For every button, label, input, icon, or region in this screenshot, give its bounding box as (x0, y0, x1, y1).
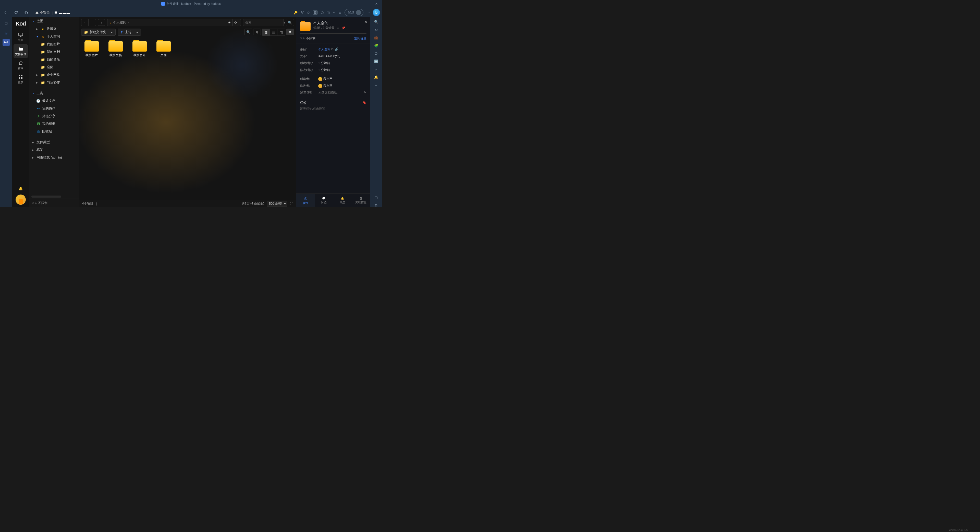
rail-desktop[interactable]: 桌面 (14, 30, 28, 44)
tree-tool-recent[interactable]: 🕐最近文档 (29, 97, 79, 105)
rail-official[interactable]: 官网 (14, 58, 28, 72)
search-button[interactable]: 🔍 (286, 19, 294, 26)
new-folder-button[interactable]: 📁 新建文件夹 ▾ (81, 29, 116, 36)
refresh-icon[interactable]: ⟳ (232, 19, 239, 26)
tags-empty[interactable]: 暂无标签,点击设置 (300, 107, 366, 111)
briefcase-icon[interactable]: 💼 (374, 36, 378, 40)
expand-icon[interactable]: ⛶ (290, 202, 293, 205)
tree-collab[interactable]: ▶ 📁 与我协作 (29, 79, 79, 86)
tree-enterprise[interactable]: ▶ 📁 企业网盘 (29, 71, 79, 79)
puzzle-icon[interactable]: 🧩 (374, 44, 378, 48)
add-icon[interactable]: ＋ (374, 83, 378, 88)
tag-icon[interactable]: 🏷 (374, 28, 378, 32)
tab-icon[interactable]: ▢ (3, 19, 10, 27)
tab-discuss[interactable]: 💬讨论 (315, 194, 333, 207)
folder-item[interactable]: 我的音乐 (130, 40, 149, 57)
login-button[interactable]: 登录 (345, 9, 363, 16)
tree-filetype[interactable]: ▶文件类型 (29, 139, 79, 146)
collections-icon[interactable]: ✧ (333, 11, 336, 14)
chevron-down-icon[interactable]: ▾ (283, 21, 285, 24)
add-tab-icon[interactable]: ＋ (3, 48, 10, 56)
copy-icon[interactable]: ⧉ (331, 48, 334, 51)
file-grid[interactable]: 我的图片 我的文档 我的音乐 桌面 (79, 37, 296, 200)
tree-tools[interactable]: ▼ 工具 (29, 89, 79, 97)
capacity-link[interactable]: 空间容量 (354, 36, 366, 41)
star-icon[interactable]: ★ (228, 21, 231, 24)
notification-icon[interactable]: 🔔 (374, 75, 378, 79)
tree-tool-album[interactable]: 🖼我的相册 (29, 120, 79, 127)
info-icon: ⓘ (304, 197, 307, 201)
tab-activity[interactable]: 🔔动态 (333, 194, 352, 207)
image-block-icon[interactable]: 🖼 (313, 11, 318, 14)
sync-icon[interactable]: ⊕ (339, 11, 342, 14)
favorite-icon[interactable]: ✩ (307, 11, 310, 14)
edit-icon[interactable]: ✎ (364, 91, 366, 94)
chevron-down-icon[interactable]: ▾ (109, 30, 113, 34)
cube-icon[interactable]: ⬡ (375, 52, 377, 56)
folder-item[interactable]: 我的图片 (82, 40, 101, 57)
star-icon[interactable]: ☆ (337, 26, 339, 30)
path-toolbar: ← → ↑ ⌂ 个人空间 › ★ ⟳ ▾ 🔍 (79, 18, 296, 27)
view-grid-icon[interactable]: ▦ (262, 29, 270, 35)
folder-item[interactable]: 我的文档 (106, 40, 125, 57)
rail-more[interactable]: 更多 (14, 72, 28, 86)
upload-button[interactable]: ⬆ 上传 ▾ (118, 29, 141, 36)
tree-mount[interactable]: ▶网络挂载 (admin) (29, 154, 79, 161)
bing-icon[interactable]: b (373, 9, 380, 16)
user-avatar[interactable] (16, 194, 26, 205)
gear-icon[interactable]: ⚙ (375, 204, 378, 207)
view-list-icon[interactable]: ☰ (270, 29, 277, 35)
rail-filemanager[interactable]: 文件管理 (14, 44, 28, 58)
view-columns-icon[interactable]: ◫ (277, 29, 285, 35)
minimize-button[interactable]: ─ (348, 0, 359, 8)
tree-item[interactable]: 📁桌面 (29, 63, 79, 71)
refresh-button[interactable] (12, 9, 20, 16)
close-icon[interactable]: ✕ (364, 19, 368, 24)
send-icon[interactable]: ✈ (375, 67, 377, 71)
search-icon[interactable]: 🔍 (374, 20, 378, 24)
tree-root[interactable]: ▼ 位置 (29, 18, 79, 25)
panel-icon[interactable]: ▢ (375, 196, 378, 199)
tree-item[interactable]: 📁我的图片 (29, 40, 79, 48)
spiral-icon[interactable]: ◎ (3, 29, 10, 36)
zoom-icon[interactable]: 🔍 (245, 29, 252, 35)
sort-icon[interactable]: ⇅ (253, 29, 261, 35)
bell-icon[interactable]: 🔔 (19, 186, 23, 190)
translate-icon[interactable]: 🔤 (374, 59, 378, 63)
folder-item[interactable]: 桌面 (154, 40, 173, 57)
nav-forward-button[interactable]: → (89, 19, 96, 26)
tree-item[interactable]: 📁我的音乐 (29, 56, 79, 63)
tab-related[interactable]: 🗄关联信息 (352, 194, 370, 207)
pin-icon[interactable]: 📌 (342, 26, 345, 30)
breadcrumb[interactable]: ⌂ 个人空间 › ★ ⟳ (107, 19, 241, 26)
tree-tool-link[interactable]: ↗外链分享 (29, 112, 79, 120)
chevron-down-icon[interactable]: ▾ (134, 30, 138, 34)
toggle-panel-icon[interactable]: ≡ (286, 29, 294, 35)
tree-favorites[interactable]: ▶ ★ 收藏夹 (29, 25, 79, 33)
split-icon[interactable]: ◫ (327, 11, 330, 14)
back-button[interactable] (2, 9, 10, 16)
text-size-icon[interactable]: A» (301, 11, 304, 14)
search-input[interactable]: ▾ (243, 19, 284, 26)
tree-personal[interactable]: ▼ ⌂ 个人空间 (29, 33, 79, 40)
home-button[interactable] (22, 9, 30, 16)
kod-app-icon[interactable]: kod (3, 39, 10, 46)
nav-up-button[interactable]: ↑ (98, 19, 105, 26)
maximize-button[interactable]: ▢ (359, 0, 371, 8)
link-icon[interactable]: 🔗 (334, 48, 339, 51)
tree-scrollbar[interactable] (32, 196, 61, 198)
extensions-icon[interactable]: ⬡ (321, 11, 324, 14)
tree-tags[interactable]: ▶标签 (29, 146, 79, 154)
close-button[interactable]: ✕ (371, 0, 382, 8)
description-input[interactable] (318, 91, 364, 94)
per-page-select[interactable]: 500 条/页 (267, 201, 287, 207)
tree-tool-collab[interactable]: ↪我的协作 (29, 105, 79, 112)
tree-tool-trash[interactable]: 🗑回收站 (29, 127, 79, 135)
address-bar[interactable]: 不安全 | ▬▬▬ (33, 9, 291, 16)
tab-properties[interactable]: ⓘ属性 (296, 194, 315, 207)
tree-item[interactable]: 📁我的文档 (29, 48, 79, 56)
bookmark-icon[interactable]: 🔖 (363, 100, 366, 105)
nav-back-button[interactable]: ← (81, 19, 89, 26)
key-icon[interactable]: 🔑 (293, 11, 298, 14)
more-icon[interactable]: ⋯ (366, 11, 370, 14)
